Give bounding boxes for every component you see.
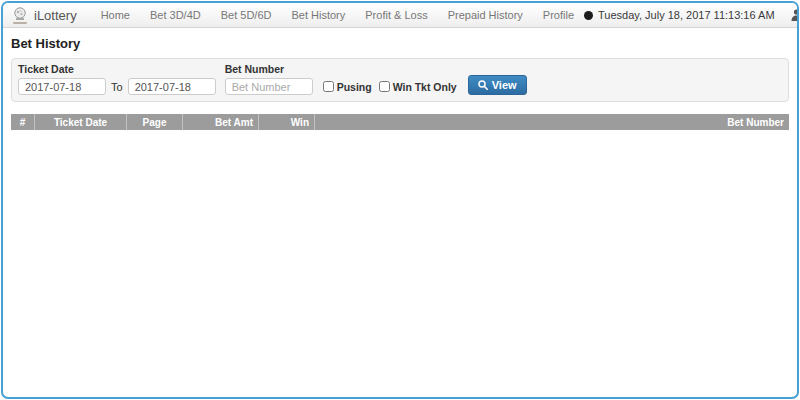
view-button-label: View <box>492 79 517 91</box>
col-header-bet-number[interactable]: Bet Number <box>315 114 789 130</box>
user-icon <box>791 9 799 21</box>
nav-item-bet-history[interactable]: Bet History <box>281 9 355 21</box>
date-to-input[interactable] <box>128 78 216 95</box>
search-icon <box>478 80 488 90</box>
bet-number-label: Bet Number <box>225 63 313 75</box>
nav-item-profit-loss[interactable]: Profit & Loss <box>355 9 437 21</box>
navbar: iLottery Home Bet 3D/4D Bet 5D/6D Bet Hi… <box>3 3 797 28</box>
nav-item-home[interactable]: Home <box>91 9 140 21</box>
pusing-label: Pusing <box>337 81 372 93</box>
bet-number-input[interactable] <box>225 78 313 95</box>
bet-number-group: Bet Number <box>225 63 313 95</box>
view-button[interactable]: View <box>468 75 527 95</box>
col-header-ticket-date[interactable]: Ticket Date <box>35 114 127 130</box>
ticket-date-label: Ticket Date <box>18 63 216 75</box>
col-header-win[interactable]: Win <box>259 114 315 130</box>
ticket-date-group: Ticket Date To <box>18 63 216 95</box>
col-header-bet-amt[interactable]: Bet Amt <box>183 114 259 130</box>
win-tkt-only-checkbox[interactable] <box>379 81 390 92</box>
lottery-logo-icon <box>11 7 29 24</box>
nav-item-bet-5d6d[interactable]: Bet 5D/6D <box>211 9 282 21</box>
col-header-index[interactable]: # <box>11 114 35 130</box>
datetime-display: Tuesday, July 18, 2017 11:13:16 AM <box>598 9 775 21</box>
date-from-input[interactable] <box>18 78 106 95</box>
nav-item-bet-3d4d[interactable]: Bet 3D/4D <box>140 9 211 21</box>
win-tkt-only-label: Win Tkt Only <box>393 81 457 93</box>
logo-caption <box>13 22 27 24</box>
to-label: To <box>111 81 123 93</box>
brand[interactable]: iLottery <box>11 7 77 24</box>
results-table-header: # Ticket Date Page Bet Amt Win Bet Numbe… <box>11 114 789 130</box>
main-content: Bet History Ticket Date To Bet Number Pu… <box>3 28 797 130</box>
clock-icon <box>584 11 593 20</box>
date-range-row: To <box>18 78 216 95</box>
nav-item-prepaid-history[interactable]: Prepaid History <box>438 9 533 21</box>
app-window: iLottery Home Bet 3D/4D Bet 5D/6D Bet Hi… <box>1 1 799 399</box>
col-header-page[interactable]: Page <box>127 114 183 130</box>
navbar-right: Tuesday, July 18, 2017 11:13:16 AM <box>584 9 799 21</box>
page-title: Bet History <box>11 36 789 51</box>
pusing-checkbox[interactable] <box>323 81 334 92</box>
filter-checkboxes: Pusing Win Tkt Only <box>323 78 459 95</box>
filter-panel: Ticket Date To Bet Number Pusing Win Tkt… <box>11 58 789 102</box>
brand-name: iLottery <box>34 8 77 23</box>
nav-item-profile[interactable]: Profile <box>533 9 584 21</box>
